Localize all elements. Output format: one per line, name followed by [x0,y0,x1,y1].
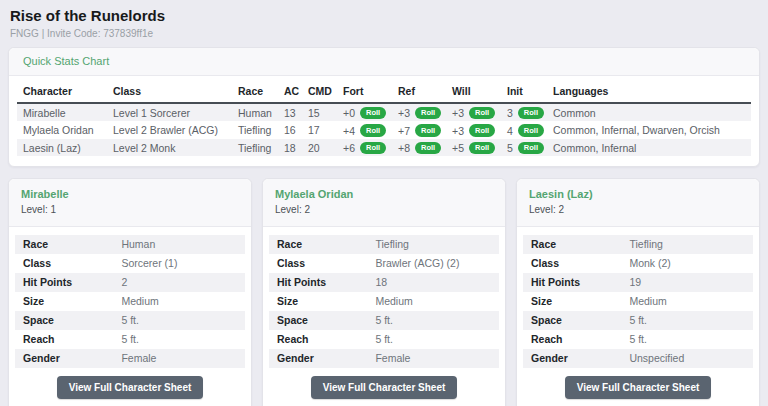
view-full-character-sheet-button[interactable]: View Full Character Sheet [311,376,458,399]
cell-fort: +4Roll [337,121,392,138]
roll-will-button[interactable]: Roll [469,107,495,120]
ref-value: +3 [398,107,410,119]
field-label: Gender [277,353,375,364]
field-value: Unspecified [629,353,745,364]
roll-ref-button[interactable]: Roll [415,107,441,120]
field-row: Race Tiefling [269,235,499,254]
field-row: Size Medium [523,292,753,311]
cell-character: Mylaela Oridan [17,121,107,138]
view-full-character-sheet-button[interactable]: View Full Character Sheet [57,376,204,399]
field-value: Female [375,353,491,364]
campaign-header: Rise of the Runelords FNGG | Invite Code… [0,0,768,40]
cell-ref: +3Roll [392,103,446,121]
field-label: Gender [531,353,629,364]
cell-race: Tiefling [232,121,278,138]
roll-ref-button[interactable]: Roll [415,124,441,137]
character-level: Level: 1 [21,204,239,216]
character-card-header: Laesin (Laz) Level: 2 [517,179,759,227]
cell-init: 3Roll [501,103,547,121]
quick-stats-table: Character Class Race AC CMD Fort Ref Wil… [17,80,751,156]
roll-fort-button[interactable]: Roll [360,124,386,137]
cell-languages: Common [547,103,751,121]
field-label: Size [277,296,375,307]
cell-cmd: 17 [302,121,337,138]
cell-ref: +7Roll [392,121,446,138]
roll-will-button[interactable]: Roll [469,142,495,155]
roll-fort-button[interactable]: Roll [360,142,386,155]
field-label: Hit Points [23,277,121,288]
character-fields: Race Human Class Sorcerer (1) Hit Points… [15,235,245,406]
field-label: Race [531,239,629,250]
field-row: Reach 5 ft. [15,330,245,349]
character-card: Mirabelle Level: 1 Race Human Class Sorc… [8,178,252,406]
cell-cmd: 15 [302,103,337,121]
field-value: 5 ft. [629,334,745,345]
field-label: Hit Points [531,277,629,288]
field-row: Size Medium [269,292,499,311]
column-header: Ref [392,80,446,103]
field-row: Class Brawler (ACG) (2) [269,254,499,273]
cell-ac: 16 [278,121,302,138]
field-row: Reach 5 ft. [269,330,499,349]
roll-fort-button[interactable]: Roll [360,107,386,120]
cell-class: Level 2 Brawler (ACG) [107,121,232,138]
field-value: 19 [629,277,745,288]
field-row: Race Tiefling [523,235,753,254]
table-row: Mylaela Oridan Level 2 Brawler (ACG) Tie… [17,121,751,138]
field-label: Space [277,315,375,326]
character-level: Level: 2 [529,204,747,216]
field-row: Reach 5 ft. [523,330,753,349]
cell-character: Laesin (Laz) [17,139,107,156]
field-value: Medium [121,296,237,307]
field-label: Size [23,296,121,307]
cell-class: Level 1 Sorcerer [107,103,232,121]
field-value: 18 [375,277,491,288]
cell-fort: +0Roll [337,103,392,121]
cell-race: Human [232,103,278,121]
cell-fort: +6Roll [337,139,392,156]
cell-init: 5Roll [501,139,547,156]
field-value: Tiefling [629,239,745,250]
fort-value: +0 [343,107,355,119]
field-label: Class [531,258,629,269]
roll-init-button[interactable]: Roll [518,142,544,155]
character-card: Laesin (Laz) Level: 2 Race Tiefling Clas… [516,178,760,406]
character-card-header: Mirabelle Level: 1 [9,179,251,227]
fort-value: +4 [343,125,355,137]
quick-stats-card: Quick Stats Chart Character Class Race A… [8,47,760,167]
cell-ref: +8Roll [392,139,446,156]
init-value: 4 [507,125,513,137]
field-row: Space 5 ft. [269,311,499,330]
field-label: Reach [531,334,629,345]
roll-init-button[interactable]: Roll [518,107,544,120]
field-row: Gender Unspecified [523,349,753,368]
character-card-body: Race Human Class Sorcerer (1) Hit Points… [9,227,251,406]
cell-ac: 18 [278,139,302,156]
roll-ref-button[interactable]: Roll [415,142,441,155]
view-full-character-sheet-button[interactable]: View Full Character Sheet [565,376,712,399]
character-card-body: Race Tiefling Class Brawler (ACG) (2) Hi… [263,227,505,406]
field-label: Size [531,296,629,307]
column-header: Character [17,80,107,103]
character-card: Mylaela Oridan Level: 2 Race Tiefling Cl… [262,178,506,406]
cell-will: +5Roll [446,139,501,156]
field-value: Human [121,239,237,250]
field-label: Class [277,258,375,269]
table-row: Mirabelle Level 1 Sorcerer Human 13 15 +… [17,103,751,121]
roll-init-button[interactable]: Roll [518,124,544,137]
field-row: Gender Female [269,349,499,368]
quick-stats-title: Quick Stats Chart [9,48,759,76]
field-row: Race Human [15,235,245,254]
will-value: +5 [452,142,464,154]
column-header: Class [107,80,232,103]
field-label: Race [277,239,375,250]
field-value: 5 ft. [121,334,237,345]
column-header: CMD [302,80,337,103]
field-label: Gender [23,353,121,364]
will-value: +3 [452,107,464,119]
column-header: AC [278,80,302,103]
roll-will-button[interactable]: Roll [469,124,495,137]
init-value: 3 [507,107,513,119]
field-label: Class [23,258,121,269]
ref-value: +8 [398,142,410,154]
